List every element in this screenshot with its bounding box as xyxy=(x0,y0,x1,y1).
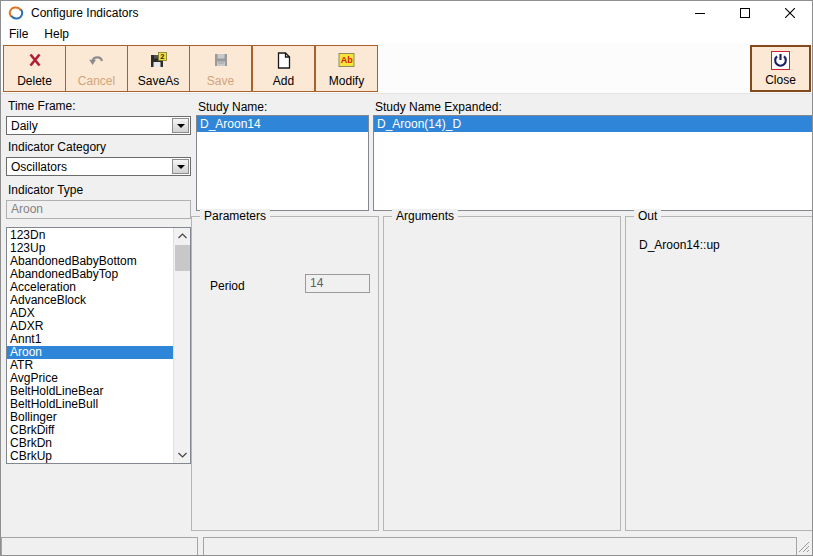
maximize-button[interactable] xyxy=(722,1,767,24)
save-button[interactable]: Save xyxy=(189,45,252,92)
close-x-icon xyxy=(785,8,795,18)
toolbar-button-label: Modify xyxy=(329,74,364,88)
list-item[interactable]: AdvanceBlock xyxy=(7,294,173,307)
menu-file[interactable]: File xyxy=(1,25,36,43)
svg-text:Ab: Ab xyxy=(341,55,353,65)
period-label: Period xyxy=(210,279,245,293)
toolbar-button-label: Delete xyxy=(17,74,52,88)
list-item[interactable]: ADXR xyxy=(7,320,173,333)
modify-button[interactable]: Ab Modify xyxy=(315,45,378,92)
chevron-up-icon xyxy=(178,233,187,239)
save-icon xyxy=(213,51,229,69)
study-name-expanded-label: Study Name Expanded: xyxy=(375,100,502,114)
indicator-category-label: Indicator Category xyxy=(8,140,106,154)
toolbar-button-label: Add xyxy=(273,74,294,88)
chevron-down-icon[interactable] xyxy=(172,159,189,174)
list-item[interactable]: D_Aroon(14)_D xyxy=(374,116,812,132)
list-item[interactable]: CBrkUp xyxy=(7,450,173,463)
time-frame-value: Daily xyxy=(11,118,38,134)
indicator-type-field[interactable]: Aroon xyxy=(6,200,191,219)
svg-text:2: 2 xyxy=(160,52,164,61)
delete-button[interactable]: Delete xyxy=(3,45,66,92)
minimize-icon xyxy=(695,8,705,18)
out-group-title: Out xyxy=(634,209,661,223)
status-panel-right xyxy=(203,537,797,556)
window-title: Configure Indicators xyxy=(31,6,138,20)
time-frame-label: Time Frame: xyxy=(8,99,76,113)
toolbar: Delete Cancel 2 SaveAs xyxy=(1,43,812,94)
undo-icon xyxy=(88,51,106,69)
list-item[interactable]: D_Aroon14::up xyxy=(639,237,808,253)
list-item[interactable]: AvgPrice xyxy=(7,372,173,385)
indicator-list-items: 123Dn123UpAbandonedBabyBottomAbandonedBa… xyxy=(7,228,173,463)
scroll-down-button[interactable] xyxy=(174,447,191,463)
minimize-button[interactable] xyxy=(677,1,722,24)
list-item[interactable]: ADX xyxy=(7,307,173,320)
list-item[interactable]: AbandonedBabyBottom xyxy=(7,255,173,268)
power-icon xyxy=(771,51,790,69)
menu-bar: File Help xyxy=(1,24,812,43)
study-name-expanded-list[interactable]: D_Aroon(14)_D xyxy=(373,115,813,211)
resize-grip-icon[interactable] xyxy=(797,540,811,554)
new-document-icon xyxy=(277,51,291,69)
list-item[interactable]: CBrkDiff xyxy=(7,424,173,437)
out-list: D_Aroon14::up xyxy=(639,237,808,253)
chevron-down-icon[interactable] xyxy=(172,118,189,133)
indicator-category-select[interactable]: Oscillators xyxy=(6,157,191,176)
scroll-up-button[interactable] xyxy=(174,228,191,244)
arguments-group-title: Arguments xyxy=(392,209,458,223)
modify-ab-icon: Ab xyxy=(338,51,355,69)
add-button[interactable]: Add xyxy=(252,45,315,92)
list-item[interactable]: Bollinger xyxy=(7,411,173,424)
delete-x-icon xyxy=(26,51,44,69)
title-bar: Configure Indicators xyxy=(1,1,812,24)
scrollbar-thumb[interactable] xyxy=(175,245,190,271)
list-item[interactable]: BeltHoldLineBull xyxy=(7,398,173,411)
save-as-button[interactable]: 2 SaveAs xyxy=(127,45,190,92)
cancel-button[interactable]: Cancel xyxy=(65,45,128,92)
scrollbar[interactable] xyxy=(173,228,190,463)
period-field[interactable]: 14 xyxy=(305,274,370,293)
status-panel-left xyxy=(1,537,198,556)
list-item[interactable]: Aroon xyxy=(7,346,173,359)
toolbar-button-label: SaveAs xyxy=(138,74,179,88)
toolbar-button-label: Save xyxy=(207,74,234,88)
close-button[interactable]: Close xyxy=(750,45,811,92)
chevron-down-icon xyxy=(178,452,187,458)
list-item[interactable]: Annt1 xyxy=(7,333,173,346)
toolbar-button-label: Close xyxy=(765,73,796,87)
arguments-group: Arguments xyxy=(383,216,621,531)
app-logo-icon xyxy=(8,5,24,21)
list-item[interactable]: Acceleration xyxy=(7,281,173,294)
parameters-group-title: Parameters xyxy=(200,209,270,223)
indicator-type-label: Indicator Type xyxy=(8,183,83,197)
list-item[interactable]: ATR xyxy=(7,359,173,372)
list-item[interactable]: 123Dn xyxy=(7,229,173,242)
list-item[interactable]: CBrkDn xyxy=(7,437,173,450)
list-item[interactable]: D_Aroon14 xyxy=(197,116,368,132)
time-frame-select[interactable]: Daily xyxy=(6,116,191,135)
save-as-icon: 2 xyxy=(150,51,167,69)
configure-indicators-window: Configure Indicators File Help Delete Ca… xyxy=(0,0,813,556)
list-item[interactable]: AbandonedBabyTop xyxy=(7,268,173,281)
study-name-label: Study Name: xyxy=(198,100,267,114)
menu-help[interactable]: Help xyxy=(36,25,77,43)
indicator-category-value: Oscillators xyxy=(11,159,67,175)
toolbar-button-label: Cancel xyxy=(78,74,115,88)
study-name-list[interactable]: D_Aroon14 xyxy=(196,115,369,211)
out-group: Out D_Aroon14::up xyxy=(625,216,813,531)
indicator-listbox[interactable]: 123Dn123UpAbandonedBabyBottomAbandonedBa… xyxy=(6,227,191,464)
list-item[interactable]: 123Up xyxy=(7,242,173,255)
maximize-icon xyxy=(740,8,750,18)
parameters-group: Parameters Period 14 xyxy=(191,216,379,531)
window-close-button[interactable] xyxy=(767,1,812,24)
list-item[interactable]: BeltHoldLineBear xyxy=(7,385,173,398)
